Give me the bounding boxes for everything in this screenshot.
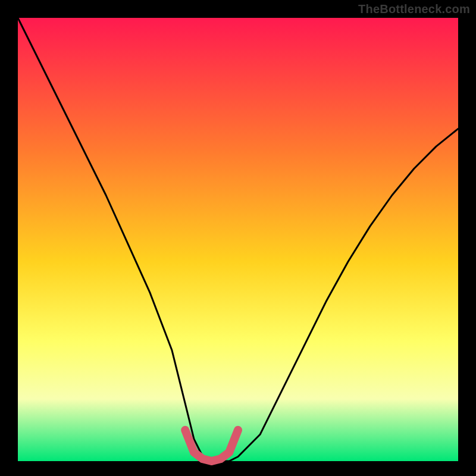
chart-frame: { "watermark": "TheBottleneck.com", "col… bbox=[0, 0, 476, 476]
plot-background bbox=[18, 18, 458, 461]
bottleneck-chart bbox=[0, 0, 476, 476]
watermark-text: TheBottleneck.com bbox=[358, 2, 470, 16]
